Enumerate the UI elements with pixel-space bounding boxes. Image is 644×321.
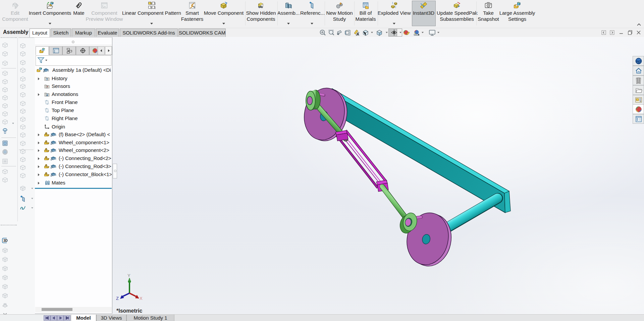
svg-text:A: A <box>357 32 359 36</box>
svg-text:3D: 3D <box>3 239 8 243</box>
svg-text:Z: Z <box>116 296 119 301</box>
svg-text:Y: Y <box>127 273 130 278</box>
svg-text:X: X <box>140 296 143 301</box>
svg-text:A: A <box>46 94 48 96</box>
